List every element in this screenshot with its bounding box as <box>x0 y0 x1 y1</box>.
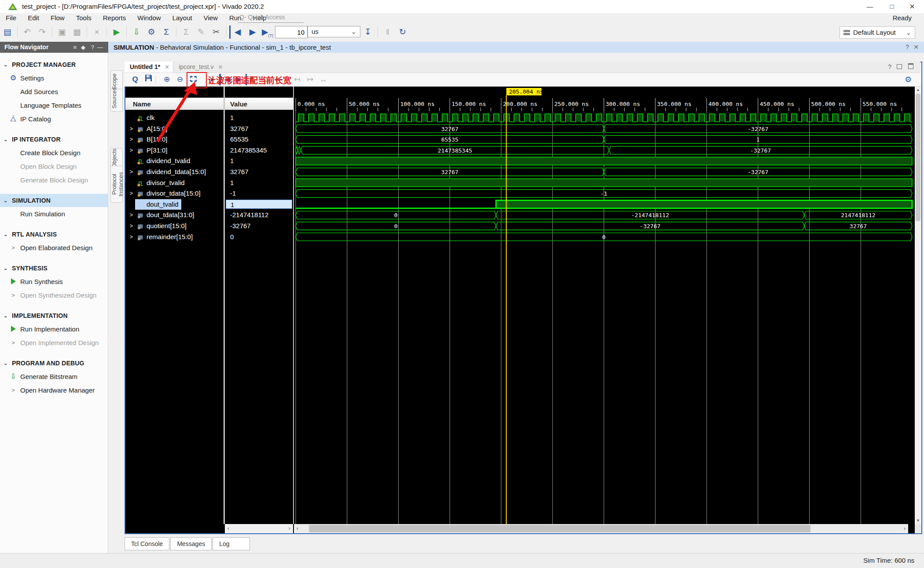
scroll-left-icon[interactable]: ‹ <box>294 524 301 533</box>
tab-untitled-1-[interactable]: Untitled 1*✕ <box>125 62 173 73</box>
step-into-icon[interactable]: ⇩ <box>130 25 143 39</box>
undo-icon[interactable]: ↶ <box>21 25 34 39</box>
search-icon[interactable]: Q <box>129 74 141 85</box>
expand-chevron-icon[interactable]: > <box>130 167 133 178</box>
close-icon[interactable]: ✕ <box>902 0 922 13</box>
play-icon[interactable]: ▶ <box>246 25 259 39</box>
signal-value[interactable]: 2147385345 <box>225 145 293 156</box>
run-time-input[interactable] <box>275 26 308 38</box>
minimize-icon[interactable]: — <box>860 0 880 13</box>
menu-reports[interactable]: Reports <box>97 13 132 22</box>
tab-ipcore-test-v[interactable]: ipcore_test.v✕ <box>173 62 226 73</box>
sidebar-item-generate-bitstream[interactable]: ⇩Generate Bitstream <box>0 370 108 383</box>
scroll-left-icon[interactable]: ‹ <box>225 524 232 533</box>
sum-disabled-icon[interactable]: Σ <box>180 25 193 39</box>
unlink-icon[interactable]: ✂ <box>209 25 223 39</box>
wave-horizontal-scrollbar[interactable]: ‹ › <box>294 524 908 533</box>
signal-value[interactable]: 1 <box>225 156 293 167</box>
console-tab-messages[interactable]: Messages <box>170 537 212 550</box>
menu-flow[interactable]: Flow <box>45 13 70 22</box>
delete-icon[interactable]: × <box>90 25 103 39</box>
sidebar-section-implementation[interactable]: ⌄IMPLEMENTATION <box>0 309 108 322</box>
jump-left-icon[interactable]: ↤ <box>291 74 303 85</box>
float-window-icon[interactable] <box>897 63 902 70</box>
sidebar-section-rtl-analysis[interactable]: ⌄RTL ANALYSIS <box>0 228 108 241</box>
zoom-out-icon[interactable]: ⊖ <box>174 74 186 85</box>
sidebar-item-create-block-design[interactable]: Create Block Design <box>0 146 108 160</box>
play-time-icon[interactable]: ▶(T) <box>261 25 274 39</box>
sidebar-item-run-simulation[interactable]: Run Simulation <box>0 207 108 221</box>
settings-icon[interactable]: ⚙ <box>145 25 158 39</box>
wave-settings-gear-icon[interactable]: ⚙ <box>902 74 914 85</box>
menu-tools[interactable]: Tools <box>70 13 97 22</box>
copy-icon[interactable]: ▣ <box>55 25 69 39</box>
sidebar-item-add-sources[interactable]: Add Sources <box>0 85 108 98</box>
signal-row-clk[interactable]: clk <box>125 113 224 124</box>
signal-row-A[interactable]: >A[15:0] <box>125 124 224 135</box>
time-unit-select[interactable]: us⌄ <box>308 26 360 37</box>
step-to-icon[interactable]: ↧ <box>361 25 374 39</box>
jump-right-icon[interactable]: ↦ <box>304 74 316 85</box>
expand-chevron-icon[interactable]: > <box>130 134 133 145</box>
side-tab-sources[interactable]: Sources <box>110 89 123 112</box>
expand-chevron-icon[interactable]: > <box>130 145 133 156</box>
waveform-canvas[interactable]: 0.000 ns50.000 ns100.000 ns150.000 ns200… <box>294 87 915 524</box>
help-icon[interactable]: ? <box>888 63 891 70</box>
close-tab-icon[interactable]: ✕ <box>160 64 169 70</box>
close-tab-icon[interactable]: ✕ <box>214 64 223 70</box>
vertical-scrollbar[interactable]: ▲ ▼ <box>915 87 921 524</box>
signal-value[interactable]: -1 <box>225 188 293 199</box>
scrollbar-thumb[interactable] <box>309 525 810 532</box>
sidebar-item-open-hardware-manager[interactable]: >Open Hardware Manager <box>0 383 108 397</box>
signal-value[interactable]: 1 <box>225 178 293 189</box>
restart-icon[interactable]: ◀ <box>229 25 244 39</box>
open-project-icon[interactable]: ▤ <box>1 25 14 39</box>
signal-row-dividend_tvalid[interactable]: dividend_tvalid <box>125 156 224 167</box>
menu-layout[interactable]: Layout <box>167 13 198 22</box>
expand-chevron-icon[interactable]: > <box>130 210 133 221</box>
sidebar-section-simulation[interactable]: ⌄SIMULATION <box>0 194 108 207</box>
fit-selection-icon[interactable]: ↔ <box>317 74 330 85</box>
scroll-down-icon[interactable]: ▼ <box>915 517 921 524</box>
console-tab-log[interactable]: Log <box>213 537 250 550</box>
signal-value[interactable]: 32767 <box>225 167 293 178</box>
signal-value[interactable]: 1 <box>225 199 293 211</box>
sidebar-item-open-block-design[interactable]: Open Block Design <box>0 160 108 173</box>
sidebar-item-settings[interactable]: ⚙Settings <box>0 71 108 85</box>
sidebar-item-run-synthesis[interactable]: Run Synthesis <box>0 275 108 288</box>
sidebar-section-ip-integrator[interactable]: ⌄IP INTEGRATOR <box>0 133 108 146</box>
help-icon[interactable]: ? <box>91 42 94 53</box>
signal-row-dout_tdata[interactable]: >dout_tdata[31:0] <box>125 210 224 221</box>
signal-row-quotient[interactable]: >quotient[15:0] <box>125 221 224 232</box>
signal-value[interactable]: 65535 <box>225 134 293 145</box>
expand-chevron-icon[interactable]: > <box>130 221 133 232</box>
sidebar-item-open-elaborated-design[interactable]: >Open Elaborated Design <box>0 241 108 255</box>
signal-row-dout_tvalid[interactable]: dout_tvalid <box>125 199 224 210</box>
pause-icon[interactable]: ‖ <box>381 25 394 39</box>
collapse-all-icon[interactable]: ≡ <box>73 42 77 53</box>
name-column-header[interactable]: Name <box>125 98 224 110</box>
signal-row-B[interactable]: >B[15:0] <box>125 134 224 145</box>
scroll-right-icon[interactable]: › <box>286 524 293 533</box>
menu-file[interactable]: File <box>0 13 22 22</box>
sidebar-section-program-and-debug[interactable]: ⌄PROGRAM AND DEBUG <box>0 357 108 370</box>
signal-row-dividend_tdata[interactable]: >dividend_tdata[15:0] <box>125 167 224 178</box>
run-icon[interactable]: ▶ <box>110 25 123 39</box>
side-tab-protocol-instances[interactable]: Protocol Instances <box>110 166 123 203</box>
close-banner-icon[interactable]: ✕ <box>913 42 919 53</box>
signal-value[interactable]: 1 <box>225 113 293 124</box>
scroll-up-icon[interactable]: ▲ <box>915 87 921 93</box>
signal-row-P[interactable]: >P[31:0] <box>125 145 224 156</box>
signal-value[interactable]: 32767 <box>225 124 293 135</box>
menu-window[interactable]: Window <box>132 13 166 22</box>
expand-chevron-icon[interactable]: > <box>130 232 133 243</box>
signal-value[interactable]: -2147418112 <box>225 210 293 221</box>
expand-chevron-icon[interactable]: > <box>130 188 133 199</box>
quick-access-input[interactable]: Q- Quick Access <box>238 14 304 23</box>
sidebar-item-generate-block-design[interactable]: Generate Block Design <box>0 173 108 187</box>
save-icon[interactable] <box>142 74 154 85</box>
console-tab-tcl-console[interactable]: Tcl Console <box>125 537 169 550</box>
redo-icon[interactable]: ↷ <box>36 25 49 39</box>
help-icon[interactable]: ? <box>906 42 909 53</box>
sidebar-section-synthesis[interactable]: ⌄SYNTHESIS <box>0 262 108 275</box>
